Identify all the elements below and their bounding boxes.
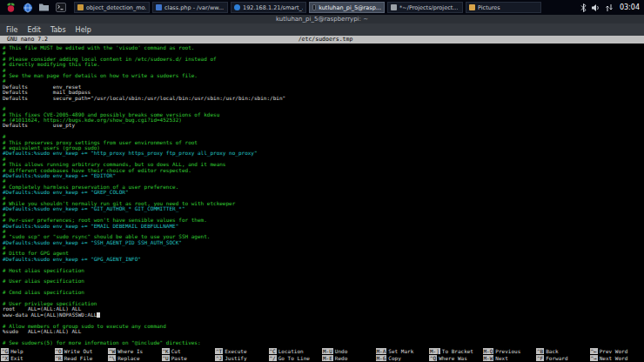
- terminal-menubar: FileEditTabsHelp: [0, 23, 644, 36]
- shortcut-label: Justify: [225, 355, 246, 361]
- nano-shortcut: M-6Copy: [376, 355, 430, 361]
- nano-shortcut: ^←Prev Word: [590, 348, 644, 354]
- shortcut-key: M-E: [322, 355, 333, 361]
- taskbar-window-label: 192.168.1.21/smart_...: [243, 4, 303, 11]
- nano-shortcut: ^TExecute: [215, 348, 269, 354]
- taskbar-window-button[interactable]: class.php - /var/ww...: [152, 2, 228, 13]
- bluetooth-icon[interactable]: [580, 3, 587, 12]
- shortcut-key: ^T: [215, 348, 223, 354]
- shortcut-key: M-]: [429, 348, 440, 354]
- menu-item-file[interactable]: File: [6, 26, 17, 34]
- shortcut-label: Go To Line: [278, 355, 310, 361]
- shortcut-label: Copy: [388, 355, 400, 361]
- shortcut-key: M-Q: [483, 348, 494, 354]
- nano-shortcut: ^WWhere Is: [108, 348, 162, 354]
- nano-filename: /etc/sudoers.tmp: [219, 36, 432, 44]
- taskbar-window-label: class.php - /var/ww...: [164, 4, 224, 11]
- raspberry-menu-button[interactable]: [4, 1, 17, 14]
- shortcut-label: Undo: [335, 348, 347, 354]
- nano-shortcut: M-WNext: [483, 355, 537, 361]
- nano-footer-row2: ^XExit^RRead File^\Replace^UPaste^JJusti…: [1, 354, 643, 361]
- shortcut-key: ^←: [590, 348, 598, 354]
- text-cursor: [97, 312, 100, 318]
- shortcut-label: Execute: [225, 348, 246, 354]
- shortcut-label: To Bracket: [442, 348, 473, 354]
- taskbar-window-button[interactable]: object_detection_mo...: [74, 2, 150, 13]
- shortcut-label: Next: [495, 355, 507, 361]
- shortcut-key: ^/: [269, 355, 277, 361]
- shortcut-label: Where Is: [117, 348, 143, 354]
- shortcut-label: Location: [278, 348, 304, 354]
- folder-icon: [469, 4, 475, 10]
- terminal-titlebar[interactable]: kutluhan_pi_5@raspberrypi: ~: [0, 15, 644, 23]
- editor-line: # See sudoers(5) for more information on…: [3, 340, 644, 345]
- nano-content[interactable]: # This file MUST be edited with the 'vis…: [0, 44, 644, 347]
- menu-item-tabs[interactable]: Tabs: [50, 26, 66, 34]
- shortcut-label: Set Mark: [388, 348, 413, 354]
- nano-shortcut: ^RRead File: [55, 355, 109, 361]
- nano-shortcut: ^JJustify: [215, 355, 269, 361]
- nano-shortcut: ^/Go To Line: [269, 355, 323, 361]
- shortcut-label: Previous: [495, 348, 520, 354]
- terminal-launcher[interactable]: [54, 1, 67, 14]
- shortcut-label: Where Was: [439, 355, 467, 361]
- nano-footer: ^GHelp^OWrite Out^WWhere Is^KCut^TExecut…: [0, 347, 644, 362]
- nano-shortcut: M-QPrevious: [483, 348, 537, 354]
- taskbar-windows: object_detection_mo...class.php - /var/w…: [74, 2, 541, 13]
- globe-icon: [234, 4, 240, 10]
- web-browser-launcher[interactable]: [21, 1, 34, 14]
- shortcut-label: Prev Word: [600, 348, 628, 354]
- network-icon[interactable]: [605, 3, 614, 12]
- editor-icon: [391, 4, 397, 10]
- shortcut-label: Cut: [171, 348, 181, 354]
- shortcut-key: ^B: [536, 348, 544, 354]
- shortcut-key: ^R: [55, 355, 63, 361]
- nano-shortcut: M-ASet Mark: [376, 348, 430, 354]
- terminal-icon: [56, 3, 66, 12]
- nano-shortcut: ^UPaste: [162, 355, 216, 361]
- system-tray: 03:04: [580, 3, 640, 12]
- shortcut-label: Replace: [117, 355, 139, 361]
- nano-shortcut: ^\Replace: [108, 355, 162, 361]
- shortcut-label: Write Out: [64, 348, 93, 354]
- image-icon: [77, 4, 84, 10]
- shortcut-label: Exit: [10, 355, 23, 361]
- shortcut-key: ^U: [162, 355, 170, 361]
- taskbar-window-label: Pictures: [478, 4, 500, 11]
- nano-shortcut: M-ERedo: [322, 355, 376, 361]
- nano-shortcut: ^GHelp: [1, 348, 55, 354]
- shortcut-key: ^→: [590, 355, 598, 361]
- code-icon: [156, 4, 162, 10]
- terminal-icon: [312, 4, 316, 10]
- shortcut-label: Redo: [335, 355, 347, 361]
- nano-version: GNU nano 7.2: [0, 36, 219, 44]
- taskbar-window-button[interactable]: 192.168.1.21/smart_...: [231, 2, 306, 13]
- shortcut-key: ^Q: [429, 355, 437, 361]
- shortcut-key: ^C: [269, 348, 277, 354]
- nano-shortcut: ^KCut: [162, 348, 216, 354]
- nano-shortcut: ^BBack: [536, 348, 590, 354]
- menu-item-help[interactable]: Help: [76, 26, 91, 34]
- shortcut-key: ^W: [108, 348, 116, 354]
- clock: 03:04: [620, 3, 640, 11]
- shortcut-key: ^J: [215, 355, 223, 361]
- nano-titlebar: GNU nano 7.2 /etc/sudoers.tmp: [0, 36, 644, 44]
- nano-footer-row1: ^GHelp^OWrite Out^WWhere Is^KCut^TExecut…: [1, 347, 643, 354]
- volume-icon[interactable]: [591, 3, 600, 12]
- shortcut-key: M-W: [483, 355, 494, 361]
- nano-shortcut: M-UUndo: [322, 348, 376, 354]
- nano-shortcut: ^FForward: [536, 355, 590, 361]
- taskbar-window-button[interactable]: kutluhan_pi_5@rasp...: [309, 2, 385, 13]
- shortcut-key: M-U: [322, 348, 333, 354]
- shortcut-key: M-A: [376, 348, 387, 354]
- globe-icon: [23, 3, 33, 13]
- shortcut-label: Paste: [171, 355, 187, 361]
- taskbar-window-button[interactable]: *~/Projects/project...: [387, 2, 463, 13]
- file-manager-launcher[interactable]: [37, 1, 50, 14]
- shortcut-key: ^K: [162, 348, 170, 354]
- taskbar-window-button[interactable]: Pictures: [466, 2, 541, 13]
- taskbar-window-label: *~/Projects/project...: [399, 4, 458, 11]
- menu-item-edit[interactable]: Edit: [27, 26, 41, 34]
- shortcut-label: Read File: [64, 355, 93, 361]
- shortcut-key: ^G: [1, 348, 9, 354]
